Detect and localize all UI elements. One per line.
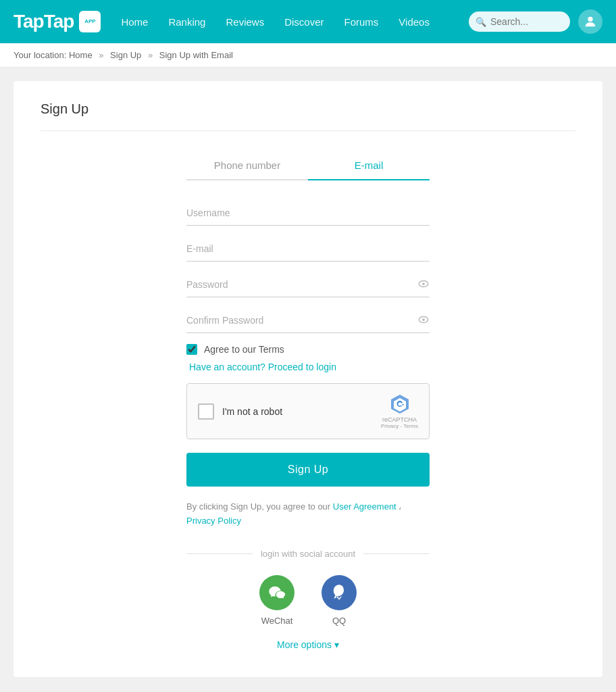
avatar[interactable] [578, 9, 602, 34]
logo-link[interactable]: TapTap APP [14, 11, 101, 32]
app-icon: APP [79, 11, 101, 32]
recaptcha-box[interactable]: I'm not a robot reCAPTCHA Privacy - Term… [186, 383, 430, 439]
breadcrumb-current: Sign Up with Email [159, 50, 233, 60]
privacy-policy-link[interactable]: Privacy Policy [186, 516, 241, 526]
tab-email[interactable]: E-mail [308, 151, 430, 180]
social-divider-label: login with social account [261, 549, 355, 559]
signup-button[interactable]: Sign Up [186, 453, 430, 487]
more-options[interactable]: More options ▾ [186, 639, 430, 650]
agree-checkbox[interactable] [186, 344, 197, 355]
breadcrumb: Your location: Home » Sign Up » Sign Up … [0, 43, 616, 68]
breadcrumb-signup[interactable]: Sign Up [110, 50, 141, 60]
main-content: Sign Up Phone number E-mail [0, 68, 616, 691]
header: TapTap APP Home Ranking Reviews Discover… [0, 0, 616, 43]
wechat-label: WeChat [261, 616, 293, 626]
user-agreement-link[interactable]: User Agreement [333, 501, 396, 512]
breadcrumb-home[interactable]: Home [69, 50, 93, 60]
nav-ranking[interactable]: Ranking [168, 16, 205, 28]
svg-point-4 [422, 318, 425, 321]
social-icons: WeChat QQ [186, 575, 430, 626]
search-icon: 🔍 [476, 17, 486, 27]
qq-icon [322, 575, 357, 610]
email-group [186, 237, 430, 262]
form-container: Phone number E-mail [186, 151, 430, 650]
wechat-icon [259, 575, 294, 610]
qq-login[interactable]: QQ [322, 575, 357, 626]
auth-tabs: Phone number E-mail [186, 151, 430, 180]
social-divider: login with social account [186, 549, 430, 559]
username-input[interactable] [186, 201, 430, 226]
chevron-down-icon: ▾ [334, 639, 339, 650]
password-toggle-icon[interactable] [417, 278, 430, 293]
agree-label: Agree to our Terms [204, 344, 284, 355]
recaptcha-logo-icon [389, 393, 411, 415]
recaptcha-links: Privacy - Terms [381, 423, 418, 429]
nav-home[interactable]: Home [121, 16, 148, 28]
search-wrapper: 🔍 [469, 11, 570, 32]
confirm-password-input[interactable] [186, 308, 430, 333]
nav-videos[interactable]: Videos [399, 16, 430, 28]
confirm-password-toggle-icon[interactable] [417, 314, 430, 328]
svg-point-2 [422, 282, 425, 285]
nav-reviews[interactable]: Reviews [226, 16, 264, 28]
recaptcha-checkbox[interactable] [198, 403, 214, 420]
signup-card: Sign Up Phone number E-mail [14, 81, 602, 677]
email-input[interactable] [186, 237, 430, 262]
recaptcha-brand: reCAPTCHA [382, 416, 417, 423]
page-title: Sign Up [41, 101, 575, 131]
qq-label: QQ [332, 616, 346, 626]
divider-left [186, 553, 253, 554]
divider-right [363, 553, 430, 554]
password-group [186, 272, 430, 297]
username-group [186, 201, 430, 226]
confirm-password-group [186, 308, 430, 333]
agree-row: Agree to our Terms Have an account? Proc… [186, 344, 430, 372]
login-link[interactable]: Have an account? Proceed to login [189, 362, 336, 372]
header-right: 🔍 [469, 9, 602, 34]
main-nav: Home Ranking Reviews Discover Forums Vid… [121, 16, 448, 28]
recaptcha-label: I'm not a robot [222, 406, 282, 417]
nav-forums[interactable]: Forums [344, 16, 379, 28]
tab-phone[interactable]: Phone number [186, 151, 308, 180]
svg-point-0 [588, 17, 592, 22]
wechat-login[interactable]: WeChat [259, 575, 294, 626]
nav-discover[interactable]: Discover [284, 16, 324, 28]
password-input[interactable] [186, 272, 430, 297]
terms-text: By clicking Sign Up, you agree to our Us… [186, 500, 430, 528]
logo-text: TapTap [14, 11, 74, 32]
